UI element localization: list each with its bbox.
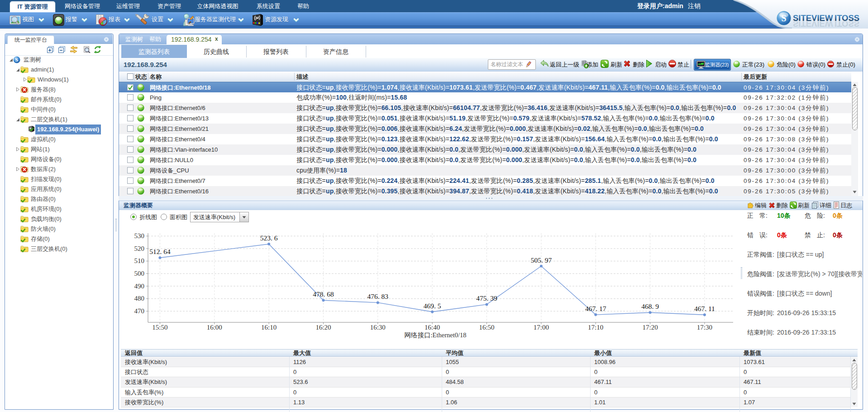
svg-text:S: S (15, 57, 18, 62)
svg-text:SITEVIEW: SITEVIEW (793, 19, 833, 29)
svg-text:ITOSS: ITOSS (835, 19, 859, 29)
svg-text:469. 5: 469. 5 (424, 302, 441, 310)
svg-text:S: S (781, 13, 786, 23)
svg-text:490: 490 (134, 283, 145, 290)
